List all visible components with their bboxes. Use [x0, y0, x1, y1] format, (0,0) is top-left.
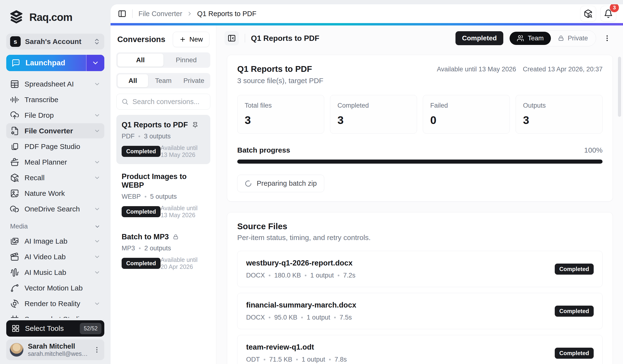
- sidebar-item-onedrive-search[interactable]: OneDrive Search: [6, 201, 104, 216]
- conversion-item[interactable]: Product Images to WEBP WEBP 5 outputs Co…: [116, 167, 210, 224]
- chevrons-up-down-icon: [93, 38, 100, 45]
- pages-icon: [10, 142, 19, 151]
- conversion-title: Product Images to WEBP: [122, 172, 205, 190]
- sidebar-item-nature-work[interactable]: Nature Work: [6, 186, 104, 201]
- file-meta: DOCX 95.0 KB 1 output 7.5s: [246, 314, 356, 321]
- created-text: Created 13 Apr 2026, 20:37: [523, 65, 602, 73]
- sidebar-item-pdf-page-studio[interactable]: PDF Page Studio: [6, 139, 104, 154]
- preparing-zip-button[interactable]: Preparing batch zip: [237, 175, 324, 192]
- notifications-button[interactable]: 3: [601, 6, 616, 22]
- package-search-icon: [10, 173, 19, 182]
- breadcrumb-page: Q1 Reports to PDF: [197, 10, 256, 18]
- conversion-outputs: 2 outputs: [144, 245, 171, 252]
- sidebar-item-recall[interactable]: Recall: [6, 170, 104, 185]
- sidebar-item-ai-image-lab[interactable]: AI Image Lab: [6, 234, 104, 249]
- file-list: westbury-q1-2026-report.docx DOCX 180.0 …: [237, 251, 602, 364]
- bullet-separator: [269, 275, 270, 276]
- batch-overview-card: Q1 Reports to PDF 3 source file(s), targ…: [227, 55, 613, 202]
- bullet-separator: [264, 359, 265, 360]
- select-tools-button[interactable]: Select Tools 52/52: [6, 320, 104, 337]
- account-switcher[interactable]: s Sarah's Account: [6, 34, 104, 49]
- tab-scope-team[interactable]: Team: [148, 74, 178, 87]
- header-actions: Completed Team Private: [455, 30, 613, 46]
- conversion-item[interactable]: Batch to MP3 MP3 2 outputs Completed Ava…: [116, 227, 210, 276]
- sidebar-item-screenshot-studio[interactable]: Screenshot Studio: [6, 312, 104, 318]
- spinner-icon: [245, 180, 252, 187]
- sidebar-item-ai-music-lab[interactable]: AI Music Lab: [6, 265, 104, 280]
- app-screen: Raq.com s Sarah's Account Launchpad: [0, 0, 623, 364]
- tab-scope-all[interactable]: All: [117, 74, 148, 87]
- audio-waveform-icon: [10, 268, 19, 277]
- bullet-separator: [334, 317, 336, 318]
- progress-label: Batch progress: [237, 146, 290, 154]
- breadcrumb: File Converter Q1 Reports to PDF: [138, 10, 256, 18]
- sidebar-section-media[interactable]: Media: [6, 217, 104, 233]
- content-area: Q1 Reports to PDF Completed Team Private: [216, 25, 623, 364]
- file-row[interactable]: financial-summary-march.docx DOCX 95.0 K…: [237, 293, 602, 329]
- chevron-right-icon: [186, 11, 193, 17]
- tabs-scope: All Team Private: [116, 73, 210, 88]
- sidebar-item-transcribe[interactable]: Transcribe: [6, 92, 104, 107]
- stat-total-files: Total files 3: [237, 95, 324, 134]
- sidebar-item-meal-planner[interactable]: Meal Planner: [6, 154, 104, 170]
- file-row[interactable]: team-review-q1.odt ODT 71.5 KB 1 output: [237, 335, 602, 364]
- chat-bubble-icon: [12, 59, 20, 67]
- content-header: Q1 Reports to PDF Completed Team Private: [216, 25, 623, 48]
- scrollbar-thumb[interactable]: [618, 57, 621, 117]
- panel-left-close-icon: [227, 34, 236, 43]
- breadcrumb-section[interactable]: File Converter: [138, 10, 182, 18]
- user-card[interactable]: Sarah Mitchell sarah.mitchell@westbur...: [6, 340, 104, 360]
- kebab-icon: [603, 34, 611, 42]
- user-menu-button[interactable]: [93, 346, 101, 354]
- content-scroll[interactable]: Q1 Reports to PDF 3 source file(s), targ…: [216, 48, 623, 364]
- more-options-button[interactable]: [601, 32, 613, 44]
- chevron-down-icon: [94, 206, 100, 212]
- search-icon: [121, 98, 129, 105]
- visibility-segmented-control: Team Private: [508, 30, 596, 46]
- package-search-icon: [584, 9, 593, 18]
- file-meta: DOCX 180.0 KB 1 output 7.2s: [246, 272, 356, 279]
- source-files-title: Source Files: [237, 221, 602, 231]
- source-files-subtitle: Per-item status, timing, and retry contr…: [237, 234, 602, 242]
- sidebar-item-render-to-reality[interactable]: Render to Reality: [6, 296, 104, 311]
- sidebar-item-spreadsheet-ai[interactable]: Spreadsheet AI: [6, 76, 104, 91]
- new-conversion-button[interactable]: New: [173, 32, 209, 47]
- tab-scope-private[interactable]: Private: [178, 74, 209, 87]
- chevron-down-icon: [94, 128, 100, 134]
- image-leaf-icon: [10, 189, 19, 198]
- table-icon: [10, 80, 19, 89]
- lock-icon: [558, 35, 564, 42]
- bullet-separator: [338, 275, 339, 276]
- visibility-team-button[interactable]: Team: [510, 32, 551, 45]
- file-row[interactable]: westbury-q1-2026-report.docx DOCX 180.0 …: [237, 251, 602, 287]
- chevron-down-icon: [94, 223, 100, 230]
- conversion-item[interactable]: Q1 Reports to PDF PDF 3 outputs Complete…: [116, 115, 210, 164]
- sidebar-item-file-converter[interactable]: File Converter: [6, 123, 104, 138]
- launchpad-expand-button[interactable]: [86, 55, 104, 71]
- topbar-actions: 3: [580, 6, 616, 22]
- tab-pinned[interactable]: Pinned: [163, 54, 209, 66]
- tab-all[interactable]: All: [117, 54, 163, 66]
- visibility-private-button[interactable]: Private: [551, 32, 595, 45]
- divider: [245, 34, 245, 43]
- tabs-primary: All Pinned: [116, 52, 210, 68]
- package-search-button[interactable]: [580, 6, 596, 22]
- panel-collapse-button[interactable]: [224, 31, 239, 45]
- sidebar-item-file-drop[interactable]: File Drop: [6, 108, 104, 123]
- topbar: File Converter Q1 Reports to PDF 3: [111, 4, 623, 23]
- accent-gradient-bar: [111, 23, 623, 25]
- launchpad-main[interactable]: Launchpad: [6, 55, 86, 71]
- search-input[interactable]: [133, 98, 205, 106]
- conversion-outputs: 3 outputs: [144, 133, 171, 140]
- conversion-title: Batch to MP3: [122, 233, 169, 241]
- launchpad-button[interactable]: Launchpad: [6, 55, 104, 71]
- sidebar-toggle-button[interactable]: [118, 9, 126, 18]
- users-icon: [517, 35, 524, 42]
- sidebar-item-vector-motion-lab[interactable]: Vector Motion Lab: [6, 280, 104, 296]
- main-area: File Converter Q1 Reports to PDF 3 Conve…: [111, 4, 623, 364]
- progress-percent: 100%: [584, 146, 602, 154]
- images-icon: [10, 237, 19, 246]
- bullet-separator: [329, 359, 331, 360]
- batch-meta: Available until 13 May 2026 Created 13 A…: [437, 64, 603, 73]
- sidebar-item-ai-video-lab[interactable]: AI Video Lab: [6, 249, 104, 264]
